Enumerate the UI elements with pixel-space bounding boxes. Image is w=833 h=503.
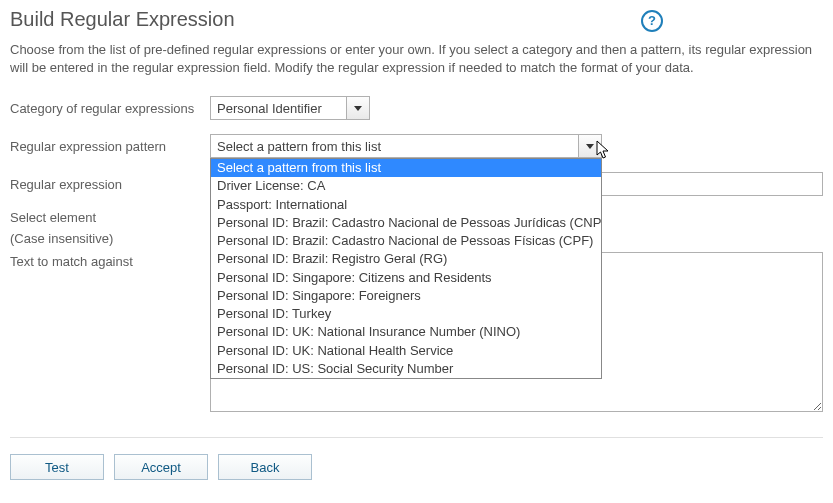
category-select[interactable]: Personal Identifier xyxy=(210,96,370,120)
page-title: Build Regular Expression xyxy=(10,8,641,31)
text-to-match-label: Text to match against xyxy=(10,252,210,269)
pattern-select-value: Select a pattern from this list xyxy=(217,139,381,154)
pattern-option[interactable]: Personal ID: Brazil: Cadastro Nacional d… xyxy=(211,232,601,250)
regex-label: Regular expression xyxy=(10,177,210,192)
pattern-option[interactable]: Passport: International xyxy=(211,196,601,214)
chevron-down-icon xyxy=(354,106,362,111)
divider xyxy=(10,437,823,438)
pattern-dropdown-list[interactable]: Select a pattern from this listDriver Li… xyxy=(210,158,602,379)
pattern-option[interactable]: Driver License: CA xyxy=(211,177,601,195)
category-label: Category of regular expressions xyxy=(10,101,210,116)
svg-marker-1 xyxy=(586,144,594,149)
select-element-label: Select element xyxy=(10,210,210,225)
pattern-option[interactable]: Personal ID: Singapore: Citizens and Res… xyxy=(211,269,601,287)
pattern-select[interactable]: Select a pattern from this list xyxy=(210,134,602,158)
svg-marker-0 xyxy=(354,106,362,111)
pattern-option[interactable]: Personal ID: Singapore: Foreigners xyxy=(211,287,601,305)
pattern-option[interactable]: Select a pattern from this list xyxy=(211,159,601,177)
pattern-label: Regular expression pattern xyxy=(10,139,210,154)
accept-button[interactable]: Accept xyxy=(114,454,208,480)
pattern-option[interactable]: Personal ID: Brazil: Cadastro Nacional d… xyxy=(211,214,601,232)
intro-text: Choose from the list of pre-defined regu… xyxy=(10,41,823,76)
pattern-option[interactable]: Personal ID: US: Social Security Number xyxy=(211,360,601,378)
category-select-value: Personal Identifier xyxy=(217,101,322,116)
pattern-dropdown-button[interactable] xyxy=(578,135,601,157)
back-button[interactable]: Back xyxy=(218,454,312,480)
help-icon[interactable]: ? xyxy=(641,10,663,32)
category-dropdown-button[interactable] xyxy=(346,97,369,119)
test-button[interactable]: Test xyxy=(10,454,104,480)
pattern-option[interactable]: Personal ID: Brazil: Registro Geral (RG) xyxy=(211,250,601,268)
pattern-option[interactable]: Personal ID: UK: National Insurance Numb… xyxy=(211,323,601,341)
case-insensitive-label: (Case insensitive) xyxy=(10,231,210,246)
chevron-down-icon xyxy=(586,144,594,149)
pattern-option[interactable]: Personal ID: Turkey xyxy=(211,305,601,323)
pattern-option[interactable]: Personal ID: UK: National Health Service xyxy=(211,342,601,360)
